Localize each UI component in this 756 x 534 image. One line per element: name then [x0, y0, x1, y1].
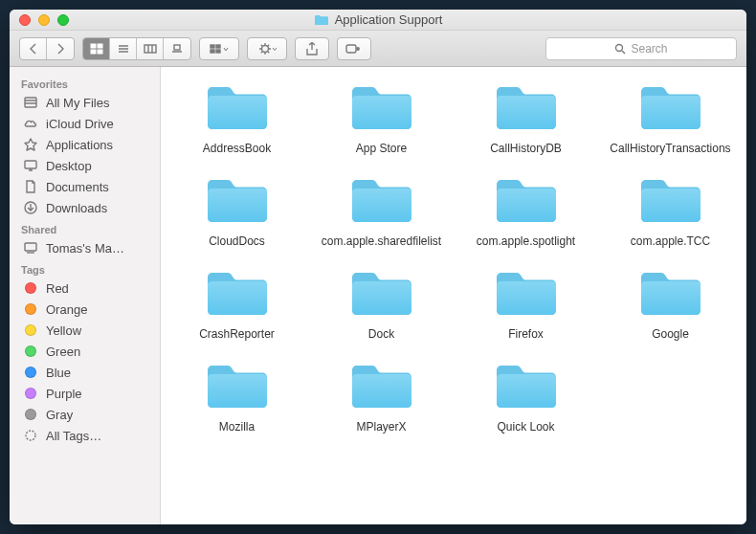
- folder-label: CallHistoryTransactions: [610, 142, 730, 156]
- sidebar-item-label: Desktop: [46, 159, 92, 173]
- svg-line-24: [268, 44, 269, 45]
- folder-label: Quick Look: [497, 420, 554, 434]
- sidebar-item[interactable]: iCloud Drive: [10, 113, 160, 134]
- svg-point-38: [26, 431, 35, 440]
- toolbar: Search: [10, 31, 746, 67]
- folder-item[interactable]: Firefox: [457, 266, 594, 342]
- folder-item[interactable]: MPlayerX: [313, 359, 450, 434]
- tag-icon: [23, 344, 38, 359]
- sidebar-item[interactable]: Red: [10, 278, 160, 299]
- share-button[interactable]: [295, 37, 329, 60]
- sidebar-item[interactable]: Blue: [10, 362, 160, 383]
- finder-window: Application Support Search FavoritesAll …: [10, 10, 746, 524]
- action-button-group: [247, 37, 287, 60]
- sidebar-item[interactable]: Tomas's Ma…: [10, 237, 160, 258]
- sidebar-header: Favorites: [10, 73, 160, 92]
- sidebar-item[interactable]: Downloads: [10, 197, 160, 218]
- folder-label: MPlayerX: [356, 420, 406, 434]
- folder-icon: [635, 173, 706, 229]
- folder-icon: [346, 80, 417, 136]
- folder-icon: [202, 173, 273, 229]
- tag-icon: [23, 280, 38, 296]
- close-button[interactable]: [19, 14, 31, 26]
- svg-point-27: [616, 44, 623, 51]
- back-button[interactable]: [20, 38, 47, 59]
- sidebar-item[interactable]: Purple: [10, 383, 160, 404]
- column-view-button[interactable]: [137, 38, 164, 59]
- folder-item[interactable]: Google: [602, 266, 739, 342]
- folder-item[interactable]: com.apple.TCC: [602, 173, 739, 249]
- folder-item[interactable]: AddressBook: [168, 80, 305, 156]
- svg-rect-0: [91, 44, 96, 48]
- icon-view-button[interactable]: [83, 38, 110, 59]
- forward-button[interactable]: [47, 38, 74, 59]
- folder-item[interactable]: com.apple.sharedfilelist: [313, 173, 450, 249]
- minimize-button[interactable]: [38, 14, 50, 26]
- sidebar-item-label: iCloud Drive: [46, 117, 114, 131]
- sidebar-item[interactable]: All Tags…: [10, 425, 160, 446]
- folder-item[interactable]: Dock: [313, 266, 450, 342]
- svg-rect-3: [98, 50, 102, 54]
- sidebar-item[interactable]: Green: [10, 341, 160, 362]
- sidebar-item[interactable]: All My Files: [10, 92, 160, 113]
- window-title-text: Application Support: [335, 12, 443, 27]
- sidebar-item[interactable]: Orange: [10, 299, 160, 320]
- folder-label: Dock: [368, 327, 394, 342]
- svg-line-22: [268, 51, 269, 52]
- sidebar[interactable]: FavoritesAll My FilesiCloud DriveApplica…: [10, 67, 161, 524]
- folder-icon: [346, 173, 417, 229]
- search-placeholder: Search: [631, 42, 667, 56]
- folder-item[interactable]: Quick Look: [457, 359, 594, 434]
- svg-rect-1: [98, 44, 102, 48]
- coverflow-view-button[interactable]: [164, 38, 190, 59]
- arrange-button[interactable]: [200, 38, 238, 59]
- sidebar-item[interactable]: Documents: [10, 176, 160, 197]
- folder-icon: [491, 359, 562, 414]
- sidebar-item-label: Documents: [46, 180, 109, 194]
- action-button[interactable]: [248, 38, 286, 59]
- folder-icon: [202, 80, 273, 136]
- zoom-button[interactable]: [57, 14, 69, 26]
- svg-rect-29: [25, 98, 36, 107]
- sidebar-item-label: Applications: [46, 138, 113, 152]
- folder-item[interactable]: App Store: [313, 80, 450, 156]
- sidebar-item[interactable]: Desktop: [10, 155, 160, 176]
- svg-rect-10: [174, 45, 180, 50]
- folder-item[interactable]: CrashReporter: [168, 266, 305, 342]
- sidebar-item-label: Tomas's Ma…: [46, 241, 124, 256]
- folder-label: com.apple.spotlight: [477, 234, 575, 249]
- content-area[interactable]: AddressBook App Store CallHistoryDB Call…: [161, 67, 746, 524]
- titlebar[interactable]: Application Support: [10, 10, 746, 31]
- folder-item[interactable]: CallHistoryTransactions: [602, 80, 739, 156]
- tags-button[interactable]: [337, 37, 371, 60]
- arrange-button-group: [199, 37, 239, 60]
- sidebar-item-label: Green: [46, 345, 80, 359]
- sidebar-item-label: Yellow: [46, 323, 81, 338]
- icloud-icon: [23, 116, 38, 131]
- folder-item[interactable]: Mozilla: [168, 359, 305, 434]
- sidebar-item[interactable]: Gray: [10, 404, 160, 425]
- sidebar-item-label: Gray: [46, 408, 73, 422]
- folder-item[interactable]: CallHistoryDB: [457, 80, 594, 156]
- search-field[interactable]: Search: [545, 37, 737, 60]
- sidebar-item[interactable]: Applications: [10, 134, 160, 155]
- folder-label: com.apple.sharedfilelist: [322, 234, 441, 249]
- tag-icon: [23, 323, 38, 338]
- search-icon: [614, 43, 626, 55]
- sidebar-item[interactable]: Yellow: [10, 320, 160, 341]
- folder-icon: [491, 80, 562, 136]
- folder-label: CrashReporter: [199, 327, 275, 342]
- folder-icon: [346, 266, 417, 322]
- sidebar-item-label: Downloads: [46, 201, 107, 215]
- svg-line-28: [622, 51, 625, 54]
- documents-icon: [23, 179, 38, 194]
- desktop-icon: [23, 158, 38, 173]
- svg-rect-25: [346, 45, 356, 53]
- svg-rect-13: [216, 45, 220, 48]
- alltags-icon: [23, 428, 38, 443]
- list-view-button[interactable]: [110, 38, 137, 59]
- folder-label: Firefox: [508, 327, 544, 342]
- folder-item[interactable]: com.apple.spotlight: [457, 173, 594, 249]
- folder-item[interactable]: CloudDocs: [168, 173, 305, 249]
- tag-icon: [23, 301, 38, 317]
